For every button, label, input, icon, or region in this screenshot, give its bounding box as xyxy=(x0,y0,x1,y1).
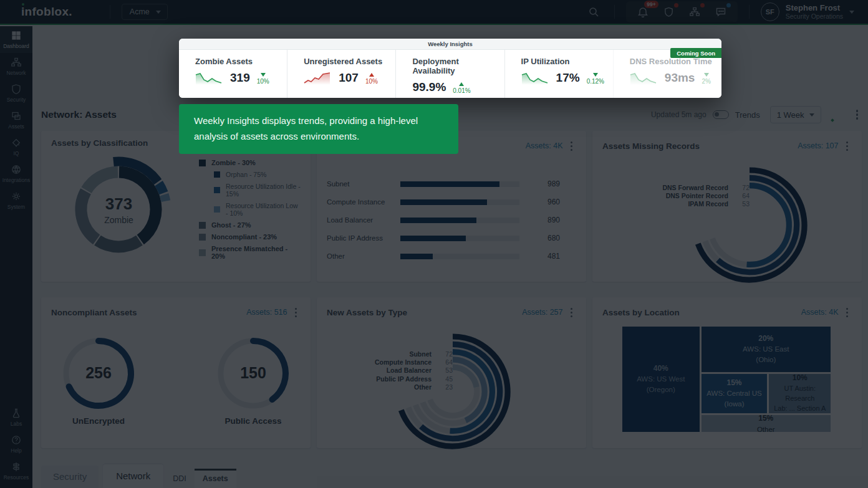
trend-sparkline xyxy=(195,71,223,85)
arrow-up-icon xyxy=(459,82,464,86)
metric-label: Unregistered Assets xyxy=(304,57,390,66)
metric-label: Zombie Assets xyxy=(195,57,282,66)
metric-row: 93ms2% xyxy=(630,71,716,85)
metric-delta-percent: 10% xyxy=(257,78,269,85)
arrow-down-icon xyxy=(704,73,709,77)
metric-delta-percent: 2% xyxy=(702,78,710,85)
metric-value: 99.9% xyxy=(412,80,446,94)
trend-sparkline xyxy=(304,71,331,85)
metric-label: IP Utilization xyxy=(521,57,608,66)
metric-row: 99.9%0.01% xyxy=(412,80,499,94)
metric-row: 31910% xyxy=(195,71,282,85)
weekly-insights-panel: Weekly Insights Coming Soon Zombie Asset… xyxy=(179,39,721,98)
insight-metric-dns-resolution-time: DNS Resolution Time93ms2% xyxy=(613,50,721,98)
metric-value: 319 xyxy=(230,71,250,85)
metric-delta-percent: 0.12% xyxy=(587,78,604,85)
metric-label: DNS Resolution Time xyxy=(630,57,716,66)
metric-delta-percent: 10% xyxy=(365,78,378,85)
trend-sparkline xyxy=(521,71,549,85)
arrow-down-icon xyxy=(261,73,266,77)
metric-delta-percent: 0.01% xyxy=(453,87,470,94)
insight-metric-zombie-assets: Zombie Assets31910% xyxy=(179,50,287,98)
trend-sparkline xyxy=(630,71,657,85)
insight-metric-deployment-availability: Deployment Availability99.9%0.01% xyxy=(395,50,504,98)
metric-delta: 10% xyxy=(365,73,378,85)
metric-delta: 0.01% xyxy=(453,82,470,94)
metric-delta: 10% xyxy=(257,73,269,85)
metric-delta: 0.12% xyxy=(587,73,604,85)
app-root: infoblox. Acme 99+ xyxy=(0,0,868,488)
insight-metric-unregistered-assets: Unregistered Assets10710% xyxy=(287,50,395,98)
arrow-down-icon xyxy=(593,73,598,77)
arrow-up-icon xyxy=(369,73,374,77)
metric-value: 17% xyxy=(556,71,580,85)
weekly-insights-metrics: Zombie Assets31910%Unregistered Assets10… xyxy=(179,50,721,98)
metric-label: Deployment Availability xyxy=(412,57,499,75)
metric-delta: 2% xyxy=(702,73,710,85)
weekly-insights-title: Weekly Insights xyxy=(179,39,721,50)
metric-row: 10710% xyxy=(304,71,390,85)
metric-value: 107 xyxy=(339,71,359,85)
tour-tooltip: Weekly Insights displays trends, providi… xyxy=(179,104,458,154)
insight-metric-ip-utilization: IP Utilization17%0.12% xyxy=(504,50,613,98)
metric-row: 17%0.12% xyxy=(521,71,608,85)
metric-value: 93ms xyxy=(665,71,695,85)
